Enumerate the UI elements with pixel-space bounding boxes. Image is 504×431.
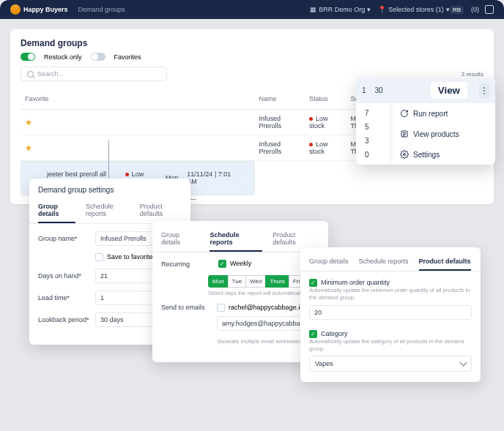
cart-count: (0) bbox=[471, 6, 479, 13]
result-count: 3 results bbox=[462, 71, 483, 78]
user-badge[interactable]: RB bbox=[450, 6, 464, 14]
tab-schedule[interactable]: Schedule reports bbox=[86, 198, 130, 223]
run-report[interactable]: Run report bbox=[393, 103, 495, 124]
view-button[interactable]: View bbox=[431, 82, 467, 99]
restock-toggle[interactable] bbox=[21, 53, 35, 61]
tab-schedule[interactable]: Schedule reports bbox=[210, 227, 262, 252]
day-thu[interactable]: Thurs bbox=[265, 275, 289, 288]
logo-icon bbox=[10, 4, 21, 15]
list-icon bbox=[400, 130, 409, 138]
org-selector[interactable]: ▦ BRR Demo Org ▾ bbox=[310, 6, 371, 13]
moq-check[interactable]: ✓Minimum order quantity bbox=[309, 279, 472, 287]
category-select[interactable]: Vapes bbox=[309, 356, 472, 372]
star-icon[interactable]: ★ bbox=[25, 143, 32, 152]
view-products[interactable]: View products bbox=[393, 124, 495, 144]
page-title: Demand groups bbox=[21, 38, 483, 48]
tab-details[interactable]: Group details bbox=[309, 253, 349, 271]
favorites-toggle[interactable] bbox=[91, 53, 105, 61]
star-icon[interactable]: ★ bbox=[25, 118, 32, 127]
save-favorites-check[interactable]: Save to favorites bbox=[95, 253, 156, 261]
action-menu: Run report View products Settings bbox=[393, 103, 495, 165]
tab-defaults[interactable]: Product defaults bbox=[140, 198, 182, 223]
moq-input[interactable]: 20 bbox=[309, 305, 472, 320]
refresh-icon bbox=[400, 109, 409, 118]
status-dot bbox=[309, 117, 313, 121]
svg-point-1 bbox=[404, 154, 406, 156]
status-dot bbox=[309, 143, 313, 146]
status-dot bbox=[125, 173, 129, 176]
breadcrumb[interactable]: Demand groups bbox=[78, 6, 125, 13]
tab-details[interactable]: Group details bbox=[161, 227, 199, 252]
day-wed[interactable]: Wed bbox=[245, 275, 266, 288]
weekly-check[interactable]: ✓Weekly bbox=[218, 260, 251, 268]
kebab-icon[interactable] bbox=[479, 83, 489, 98]
cart-icon[interactable] bbox=[485, 5, 494, 14]
tab-defaults[interactable]: Product defaults bbox=[419, 253, 471, 271]
search-icon bbox=[27, 71, 34, 78]
chevron-down-icon bbox=[460, 359, 467, 367]
tab-details[interactable]: Group details bbox=[38, 198, 75, 223]
gear-icon bbox=[400, 150, 409, 159]
popover-side: 7530 bbox=[356, 103, 388, 165]
store-selector[interactable]: 📍 Selected stores (1) ▾ bbox=[378, 6, 450, 13]
row-popover: 1 30 View 7530 Run report View products … bbox=[356, 78, 495, 165]
settings[interactable]: Settings bbox=[393, 144, 495, 165]
day-mon[interactable]: Mon bbox=[208, 275, 229, 288]
top-bar: Happy Buyers Demand groups ▦ BRR Demo Or… bbox=[0, 0, 504, 19]
category-check[interactable]: ✓Category bbox=[309, 330, 472, 338]
search-input[interactable]: Search... bbox=[21, 67, 167, 81]
tab-schedule[interactable]: Schedule reports bbox=[359, 253, 409, 271]
day-tue[interactable]: Tue bbox=[228, 275, 247, 288]
brand[interactable]: Happy Buyers bbox=[10, 4, 68, 15]
settings-panel-defaults: Group details Schedule reports Product d… bbox=[300, 247, 481, 382]
